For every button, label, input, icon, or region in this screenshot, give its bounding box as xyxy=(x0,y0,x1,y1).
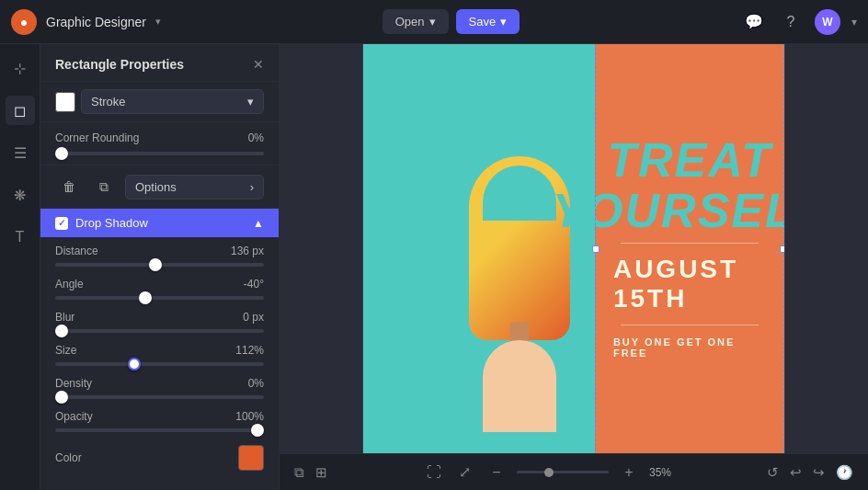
angle-value: -40° xyxy=(244,278,264,291)
angle-thumb[interactable] xyxy=(139,291,152,304)
rail-cursor-icon[interactable]: ⊹ xyxy=(6,53,35,83)
opacity-label-row: Opacity 100% xyxy=(55,410,264,423)
save-label: Save xyxy=(469,15,497,28)
canvas-text-overlay: TREAT YOURSELF AUGUST 15TH BUY ONE GET O… xyxy=(595,44,784,453)
angle-slider[interactable] xyxy=(55,296,264,300)
panel-title: Rectangle Properties xyxy=(55,57,184,72)
logo-icon: ● xyxy=(20,15,28,29)
zoom-in-button[interactable]: + xyxy=(618,462,640,484)
rail-shapes-icon[interactable]: ◻ xyxy=(6,96,35,125)
fullscreen-icon[interactable]: ⛶ xyxy=(423,462,445,484)
drop-shadow-left: ✓ Drop Shadow xyxy=(55,216,148,230)
history-icon[interactable]: 🕐 xyxy=(836,464,853,481)
color-label: Color xyxy=(55,451,238,464)
redo-icon[interactable]: ↪ xyxy=(813,464,825,481)
drop-shadow-header[interactable]: ✓ Drop Shadow ▲ xyxy=(40,209,279,237)
blur-value: 0 px xyxy=(243,311,264,324)
bottom-left: ⧉ ⊞ xyxy=(294,464,327,481)
rail-layers-icon[interactable]: ☰ xyxy=(6,138,35,167)
color-swatch-box[interactable] xyxy=(238,445,264,471)
refresh-icon[interactable]: ↺ xyxy=(767,464,779,481)
zoom-out-button[interactable]: − xyxy=(485,462,508,484)
density-label: Density xyxy=(55,377,92,390)
grid-icon[interactable]: ⊞ xyxy=(315,464,327,481)
topbar-left: ● Graphic Designer ▾ xyxy=(11,9,161,35)
panel-header: Rectangle Properties ✕ xyxy=(40,44,279,82)
left-panel: Rectangle Properties ✕ Stroke ▾ Corner R… xyxy=(40,44,280,490)
delete-icon[interactable]: 🗑 xyxy=(55,173,83,200)
angle-label-row: Angle -40° xyxy=(55,278,264,291)
divider-line-2 xyxy=(621,325,758,325)
save-button[interactable]: Save ▾ xyxy=(456,9,520,34)
zoom-slider[interactable] xyxy=(517,471,609,473)
distance-row: Distance 136 px xyxy=(40,237,279,270)
drop-shadow-checkbox[interactable]: ✓ xyxy=(55,217,68,230)
bottom-bar: ⧉ ⊞ ⛶ ⤢ − + 35% ↺ ↩ ↪ 🕐 xyxy=(280,453,868,490)
icon-rail: ⊹ ◻ ☰ ❋ T xyxy=(0,44,40,490)
opacity-row: Opacity 100% xyxy=(40,403,279,436)
blur-row: Blur 0 px xyxy=(40,303,279,336)
copy-icon[interactable]: ⧉ xyxy=(90,173,118,200)
options-dropdown[interactable]: Options › xyxy=(125,175,264,199)
size-slider[interactable] xyxy=(55,362,264,366)
density-slider[interactable] xyxy=(55,395,264,399)
date-text: AUGUST 15TH xyxy=(613,255,766,313)
distance-slider[interactable] xyxy=(55,263,264,267)
rail-text-icon[interactable]: T xyxy=(6,222,35,252)
distance-label-row: Distance 136 px xyxy=(55,245,264,257)
popsicle-bite xyxy=(483,165,556,221)
blur-thumb[interactable] xyxy=(55,325,68,337)
open-button[interactable]: Open ▾ xyxy=(383,9,449,34)
stroke-row: Stroke ▾ xyxy=(40,82,279,122)
options-dropdown-icon: › xyxy=(250,180,254,194)
corner-rounding-slider[interactable] xyxy=(55,152,264,155)
size-value: 112% xyxy=(235,344,264,357)
opacity-value: 100% xyxy=(235,410,264,423)
drop-shadow-collapse-icon[interactable]: ▲ xyxy=(253,217,264,230)
canvas-content[interactable]: TREAT YOURSELF AUGUST 15TH BUY ONE GET O… xyxy=(280,44,868,453)
stroke-select[interactable]: Stroke ▾ xyxy=(81,89,264,114)
undo-icon[interactable]: ↩ xyxy=(790,464,802,481)
corner-rounding-section: Corner Rounding 0% xyxy=(40,122,279,165)
divider-line-1 xyxy=(621,243,758,244)
avatar[interactable]: W xyxy=(815,9,840,35)
corner-rounding-thumb[interactable] xyxy=(55,147,68,160)
app-logo[interactable]: ● xyxy=(11,9,37,35)
treat-line2: YOURSELF xyxy=(552,189,784,233)
save-dropdown-icon: ▾ xyxy=(500,15,507,28)
help-icon[interactable]: ? xyxy=(778,9,804,35)
opacity-label: Opacity xyxy=(55,410,93,423)
open-label: Open xyxy=(395,15,425,28)
density-row: Density 0% xyxy=(40,370,279,403)
expand-icon[interactable]: ▾ xyxy=(851,16,857,28)
rail-assets-icon[interactable]: ❋ xyxy=(6,180,35,210)
chat-icon[interactable]: 💬 xyxy=(741,9,767,35)
density-thumb[interactable] xyxy=(55,391,68,404)
color-row: Color xyxy=(40,436,279,480)
zoom-thumb[interactable] xyxy=(544,468,554,477)
open-dropdown-icon: ▾ xyxy=(429,15,436,28)
corner-rounding-label: Corner Rounding xyxy=(55,131,139,144)
opacity-thumb[interactable] xyxy=(251,424,264,437)
topbar-right: 💬 ? W ▾ xyxy=(741,9,857,35)
app-name-dropdown-icon[interactable]: ▾ xyxy=(155,16,161,28)
density-label-row: Density 0% xyxy=(55,377,264,390)
design-canvas: TREAT YOURSELF AUGUST 15TH BUY ONE GET O… xyxy=(362,44,785,453)
app-name: Graphic Designer xyxy=(46,15,146,29)
blur-slider[interactable] xyxy=(55,329,264,333)
size-thumb[interactable] xyxy=(128,358,141,370)
drop-shadow-label: Drop Shadow xyxy=(75,216,148,230)
hand-wrap xyxy=(483,340,556,432)
stroke-color-swatch[interactable] xyxy=(55,92,75,112)
tools-row: 🗑 ⧉ Options › xyxy=(40,165,279,209)
close-icon[interactable]: ✕ xyxy=(253,57,264,72)
size-label-row: Size 112% xyxy=(55,344,264,357)
layers-icon[interactable]: ⧉ xyxy=(294,464,304,481)
bottom-center: ⛶ ⤢ − + 35% xyxy=(423,462,671,484)
distance-thumb[interactable] xyxy=(149,258,162,271)
fit-icon[interactable]: ⤢ xyxy=(454,462,476,484)
angle-row: Angle -40° xyxy=(40,270,279,303)
corner-rounding-label-row: Corner Rounding 0% xyxy=(55,131,264,144)
opacity-slider[interactable] xyxy=(55,428,264,432)
density-value: 0% xyxy=(248,377,264,390)
